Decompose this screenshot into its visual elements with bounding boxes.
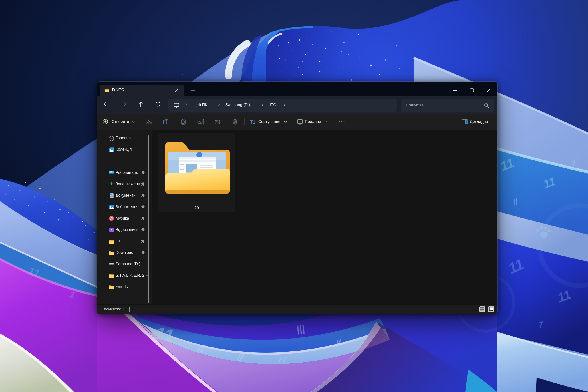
svg-text:/ /: / / bbox=[278, 355, 287, 365]
svg-text:|||: ||| bbox=[296, 323, 305, 335]
